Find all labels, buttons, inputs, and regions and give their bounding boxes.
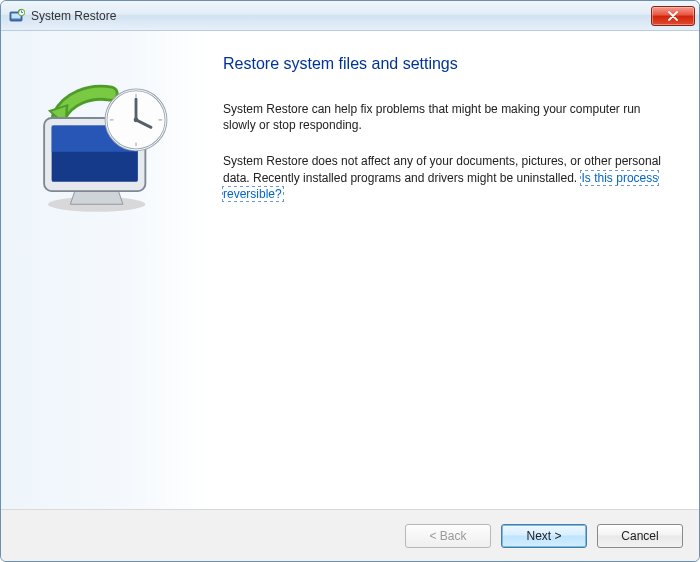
wizard-sidebar bbox=[1, 31, 211, 509]
system-restore-icon bbox=[9, 8, 25, 24]
wizard-content: Restore system files and settings System… bbox=[211, 31, 699, 509]
next-button[interactable]: Next > bbox=[501, 524, 587, 548]
close-icon bbox=[667, 11, 679, 21]
wizard-body: Restore system files and settings System… bbox=[1, 31, 699, 509]
window-title: System Restore bbox=[31, 9, 651, 23]
wizard-footer: < Back Next > Cancel bbox=[1, 509, 699, 561]
restore-monitor-clock-icon bbox=[31, 73, 181, 223]
page-heading: Restore system files and settings bbox=[223, 55, 669, 73]
back-button: < Back bbox=[405, 524, 491, 548]
cancel-button[interactable]: Cancel bbox=[597, 524, 683, 548]
intro-paragraph: System Restore can help fix problems tha… bbox=[223, 101, 669, 133]
close-button[interactable] bbox=[651, 6, 695, 26]
titlebar: System Restore bbox=[1, 1, 699, 31]
details-paragraph: System Restore does not affect any of yo… bbox=[223, 153, 669, 202]
system-restore-wizard: System Restore bbox=[0, 0, 700, 562]
